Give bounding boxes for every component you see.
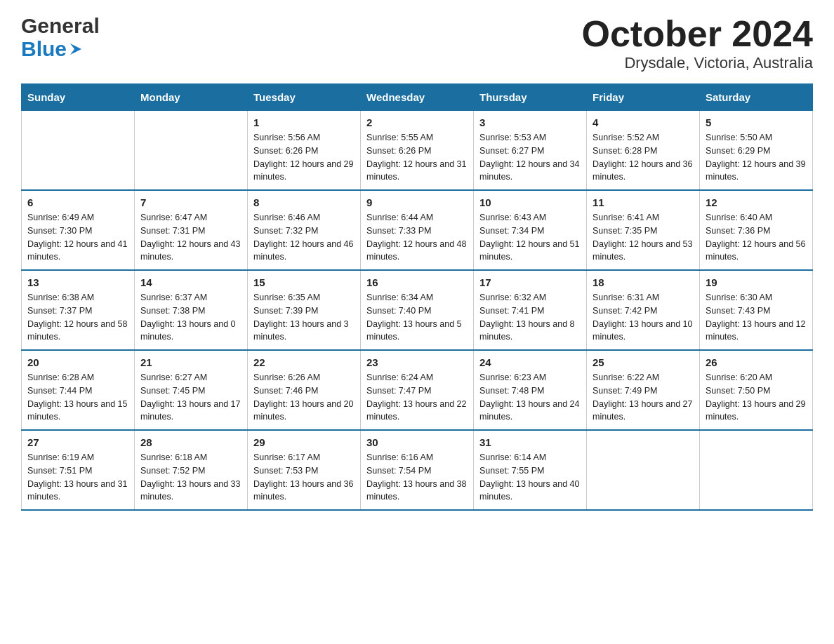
calendar-day-cell: 20Sunrise: 6:28 AMSunset: 7:44 PMDayligh…	[22, 350, 135, 430]
calendar-day-cell: 3Sunrise: 5:53 AMSunset: 6:27 PMDaylight…	[474, 111, 587, 191]
day-number: 24	[479, 356, 581, 368]
day-sun-info: Sunrise: 6:16 AMSunset: 7:54 PMDaylight:…	[366, 451, 468, 504]
day-sun-info: Sunrise: 5:56 AMSunset: 6:26 PMDaylight:…	[253, 131, 355, 184]
calendar-day-cell: 16Sunrise: 6:34 AMSunset: 7:40 PMDayligh…	[361, 270, 474, 350]
calendar-day-cell: 30Sunrise: 6:16 AMSunset: 7:54 PMDayligh…	[361, 430, 474, 510]
day-sun-info: Sunrise: 6:17 AMSunset: 7:53 PMDaylight:…	[253, 451, 355, 504]
day-sun-info: Sunrise: 6:41 AMSunset: 7:35 PMDaylight:…	[593, 211, 694, 264]
day-sun-info: Sunrise: 6:23 AMSunset: 7:48 PMDaylight:…	[479, 371, 581, 424]
day-number: 8	[253, 196, 355, 208]
day-number: 29	[253, 436, 355, 448]
calendar-day-cell	[700, 430, 813, 510]
calendar-day-cell: 4Sunrise: 5:52 AMSunset: 6:28 PMDaylight…	[587, 111, 700, 191]
calendar-day-cell: 31Sunrise: 6:14 AMSunset: 7:55 PMDayligh…	[474, 430, 587, 510]
day-number: 3	[479, 116, 581, 128]
weekday-header-sunday: Sunday	[22, 84, 135, 111]
calendar-day-cell: 17Sunrise: 6:32 AMSunset: 7:41 PMDayligh…	[474, 270, 587, 350]
day-number: 19	[706, 276, 807, 288]
calendar-day-cell: 22Sunrise: 6:26 AMSunset: 7:46 PMDayligh…	[248, 350, 361, 430]
calendar-day-cell: 19Sunrise: 6:30 AMSunset: 7:43 PMDayligh…	[700, 270, 813, 350]
day-number: 20	[27, 356, 128, 368]
day-sun-info: Sunrise: 6:44 AMSunset: 7:33 PMDaylight:…	[366, 211, 468, 264]
day-number: 6	[27, 196, 128, 208]
calendar-day-cell	[587, 430, 700, 510]
page-subtitle: Drysdale, Victoria, Australia	[582, 54, 814, 72]
day-number: 10	[479, 196, 581, 208]
calendar-day-cell: 26Sunrise: 6:20 AMSunset: 7:50 PMDayligh…	[700, 350, 813, 430]
calendar-day-cell: 21Sunrise: 6:27 AMSunset: 7:45 PMDayligh…	[135, 350, 248, 430]
day-sun-info: Sunrise: 5:50 AMSunset: 6:29 PMDaylight:…	[706, 131, 807, 184]
logo-line1: General	[21, 14, 100, 37]
calendar-day-cell: 12Sunrise: 6:40 AMSunset: 7:36 PMDayligh…	[700, 190, 813, 270]
day-sun-info: Sunrise: 6:28 AMSunset: 7:44 PMDaylight:…	[27, 371, 128, 424]
day-number: 14	[140, 276, 241, 288]
calendar-day-cell: 10Sunrise: 6:43 AMSunset: 7:34 PMDayligh…	[474, 190, 587, 270]
calendar-day-cell: 15Sunrise: 6:35 AMSunset: 7:39 PMDayligh…	[248, 270, 361, 350]
day-sun-info: Sunrise: 6:14 AMSunset: 7:55 PMDaylight:…	[479, 451, 581, 504]
day-sun-info: Sunrise: 6:31 AMSunset: 7:42 PMDaylight:…	[593, 291, 694, 344]
calendar-day-cell: 29Sunrise: 6:17 AMSunset: 7:53 PMDayligh…	[248, 430, 361, 510]
day-number: 4	[593, 116, 694, 128]
calendar-week-row: 27Sunrise: 6:19 AMSunset: 7:51 PMDayligh…	[22, 430, 813, 510]
day-sun-info: Sunrise: 6:49 AMSunset: 7:30 PMDaylight:…	[27, 211, 128, 264]
day-number: 2	[366, 116, 468, 128]
day-number: 16	[366, 276, 468, 288]
day-sun-info: Sunrise: 6:27 AMSunset: 7:45 PMDaylight:…	[140, 371, 241, 424]
day-number: 9	[366, 196, 468, 208]
day-number: 30	[366, 436, 468, 448]
day-number: 31	[479, 436, 581, 448]
logo: General Blue	[21, 14, 100, 60]
calendar-week-row: 20Sunrise: 6:28 AMSunset: 7:44 PMDayligh…	[22, 350, 813, 430]
day-number: 1	[253, 116, 355, 128]
day-number: 11	[593, 196, 694, 208]
calendar-body: 1Sunrise: 5:56 AMSunset: 6:26 PMDaylight…	[22, 111, 813, 511]
day-number: 18	[593, 276, 694, 288]
day-number: 28	[140, 436, 241, 448]
calendar-day-cell: 25Sunrise: 6:22 AMSunset: 7:49 PMDayligh…	[587, 350, 700, 430]
weekday-header-saturday: Saturday	[700, 84, 813, 111]
day-sun-info: Sunrise: 6:18 AMSunset: 7:52 PMDaylight:…	[140, 451, 241, 504]
calendar-day-cell	[135, 111, 248, 191]
calendar-day-cell: 8Sunrise: 6:46 AMSunset: 7:32 PMDaylight…	[248, 190, 361, 270]
day-number: 7	[140, 196, 241, 208]
day-sun-info: Sunrise: 6:19 AMSunset: 7:51 PMDaylight:…	[27, 451, 128, 504]
day-sun-info: Sunrise: 5:52 AMSunset: 6:28 PMDaylight:…	[593, 131, 694, 184]
day-number: 13	[27, 276, 128, 288]
day-sun-info: Sunrise: 6:38 AMSunset: 7:37 PMDaylight:…	[27, 291, 128, 344]
day-sun-info: Sunrise: 6:37 AMSunset: 7:38 PMDaylight:…	[140, 291, 241, 344]
weekday-header-tuesday: Tuesday	[248, 84, 361, 111]
day-sun-info: Sunrise: 6:26 AMSunset: 7:46 PMDaylight:…	[253, 371, 355, 424]
day-sun-info: Sunrise: 6:35 AMSunset: 7:39 PMDaylight:…	[253, 291, 355, 344]
calendar-day-cell: 27Sunrise: 6:19 AMSunset: 7:51 PMDayligh…	[22, 430, 135, 510]
calendar-day-cell: 5Sunrise: 5:50 AMSunset: 6:29 PMDaylight…	[700, 111, 813, 191]
day-sun-info: Sunrise: 6:30 AMSunset: 7:43 PMDaylight:…	[706, 291, 807, 344]
calendar-day-cell: 2Sunrise: 5:55 AMSunset: 6:26 PMDaylight…	[361, 111, 474, 191]
weekday-header-friday: Friday	[587, 84, 700, 111]
calendar-day-cell: 6Sunrise: 6:49 AMSunset: 7:30 PMDaylight…	[22, 190, 135, 270]
calendar-day-cell: 28Sunrise: 6:18 AMSunset: 7:52 PMDayligh…	[135, 430, 248, 510]
day-sun-info: Sunrise: 6:32 AMSunset: 7:41 PMDaylight:…	[479, 291, 581, 344]
calendar-week-row: 1Sunrise: 5:56 AMSunset: 6:26 PMDaylight…	[22, 111, 813, 191]
weekday-header-thursday: Thursday	[474, 84, 587, 111]
page-header: General Blue October 2024 Drysdale, Vict…	[21, 14, 813, 72]
weekday-header-wednesday: Wednesday	[361, 84, 474, 111]
day-number: 5	[706, 116, 807, 128]
calendar-week-row: 13Sunrise: 6:38 AMSunset: 7:37 PMDayligh…	[22, 270, 813, 350]
calendar-day-cell	[22, 111, 135, 191]
day-sun-info: Sunrise: 6:47 AMSunset: 7:31 PMDaylight:…	[140, 211, 241, 264]
day-sun-info: Sunrise: 6:20 AMSunset: 7:50 PMDaylight:…	[706, 371, 807, 424]
weekday-header-row: SundayMondayTuesdayWednesdayThursdayFrid…	[22, 84, 813, 111]
day-number: 17	[479, 276, 581, 288]
day-sun-info: Sunrise: 6:22 AMSunset: 7:49 PMDaylight:…	[593, 371, 694, 424]
calendar-day-cell: 9Sunrise: 6:44 AMSunset: 7:33 PMDaylight…	[361, 190, 474, 270]
page-title: October 2024	[582, 14, 814, 54]
day-sun-info: Sunrise: 6:34 AMSunset: 7:40 PMDaylight:…	[366, 291, 468, 344]
day-number: 12	[706, 196, 807, 208]
day-number: 21	[140, 356, 241, 368]
day-number: 23	[366, 356, 468, 368]
calendar-header: SundayMondayTuesdayWednesdayThursdayFrid…	[22, 84, 813, 111]
day-sun-info: Sunrise: 6:46 AMSunset: 7:32 PMDaylight:…	[253, 211, 355, 264]
calendar-day-cell: 18Sunrise: 6:31 AMSunset: 7:42 PMDayligh…	[587, 270, 700, 350]
day-sun-info: Sunrise: 6:43 AMSunset: 7:34 PMDaylight:…	[479, 211, 581, 264]
calendar-day-cell: 13Sunrise: 6:38 AMSunset: 7:37 PMDayligh…	[22, 270, 135, 350]
